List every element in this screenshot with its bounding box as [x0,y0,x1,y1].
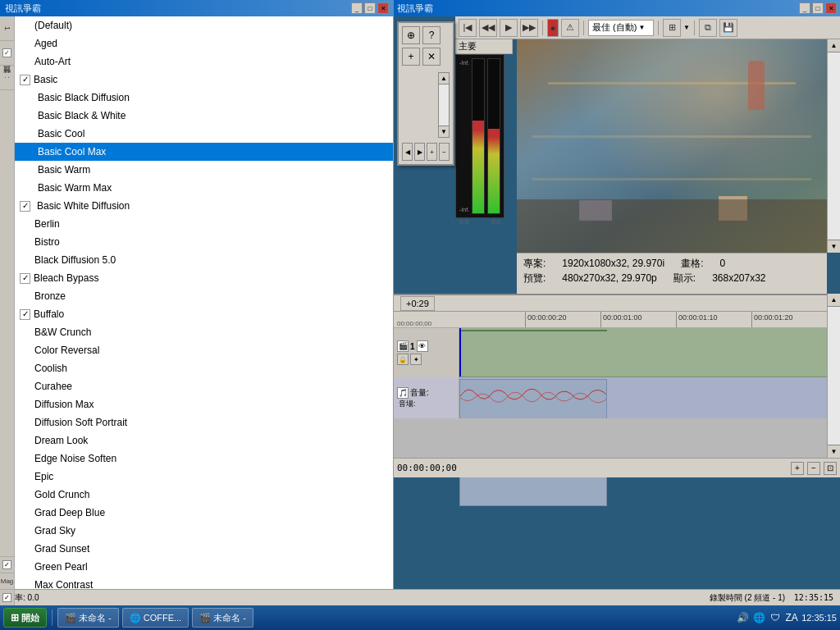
filter-checkbox[interactable] [20,273,30,284]
preview-titlebar: 視訊爭霸 _ □ ✕ [394,0,840,16]
filter-checkbox[interactable] [20,309,30,320]
zoom-out-btn[interactable]: − [807,462,820,475]
go-start-button[interactable]: |◀ [459,19,477,37]
mark-in-button[interactable]: ⚠ [561,19,579,37]
timeline-right-scrollbar[interactable]: ▲ ▼ [827,294,840,458]
track-eye-btn[interactable]: 👁 [417,340,428,352]
save-frame-button[interactable]: 💾 [719,19,737,37]
rewind-button[interactable]: ◀◀ [479,19,497,37]
fit-btn[interactable]: ⊡ [824,462,837,475]
audio-icon-btn[interactable]: 🎵 [397,387,409,399]
add-button[interactable]: + [402,48,420,66]
filter-checkbox[interactable] [20,201,30,212]
filter-window-title: 視訊爭霸 [5,2,41,15]
filter-item-autoart[interactable]: Auto-Art [0,52,393,71]
filter-item-color-reversal[interactable]: Color Reversal [0,341,393,359]
start-button[interactable]: ⊞ 開始 [3,608,47,628]
filter-item-dream-look[interactable]: Dream Look [0,431,393,450]
vscroll-up[interactable]: ▲ [828,39,840,52]
filter-item-curahee[interactable]: Curahee [0,377,393,395]
minus2-button[interactable]: − [439,143,450,161]
filter-item-buffalo[interactable]: Buffalo [0,305,393,323]
vscroll-down[interactable]: ▼ [828,240,840,253]
zoom-in-btn[interactable]: + [791,462,804,475]
video-track-icon[interactable]: 🎬 [397,340,409,352]
video-preview [517,39,827,253]
scroll-down-btn[interactable]: ▼ [439,126,449,137]
filter-item-black-diffusion[interactable]: Black Diffusion 5.0 [0,251,393,269]
filter-item-basic-warm[interactable]: Basic Warm [0,161,393,179]
filter-item-green-pearl[interactable]: Green Pearl [0,558,393,576]
help-button[interactable]: ? [422,26,441,44]
filter-item-bronze[interactable]: Bronze [0,287,393,305]
filter-item-basic-cool[interactable]: Basic Cool [0,125,393,143]
filter-item-basic-black-white[interactable]: Basic Black & White [0,107,393,125]
preview-scrollbar[interactable]: ▲ ▼ [827,39,840,253]
prev-button[interactable]: ◀ [402,143,413,161]
filter-item-bistro[interactable]: Bistro [0,233,393,251]
float-scrollbar[interactable]: ▲ ▼ [438,72,450,138]
filter-window-titlebar: 視訊爭霸 _ □ ✕ [0,0,394,16]
preview-close[interactable]: ✕ [825,2,837,14]
track-checkbox-2[interactable]: ✓ [0,589,14,605]
filter-item-label: Basic White Diffusion [34,199,130,213]
plus2-button[interactable]: + [427,143,437,161]
grid-arrow[interactable]: ▼ [683,24,690,31]
track-fx-btn[interactable]: ✦ [410,354,422,365]
filter-item-aged[interactable]: Aged [0,34,393,52]
track-checkbox-1[interactable]: ✓ [0,41,14,66]
tl-scroll-up[interactable]: ▲ [828,294,840,307]
next-button[interactable]: ▶ [414,143,425,161]
filter-item-basic-cool-max[interactable]: Basic Cool Max [0,143,393,161]
filter-item-basic[interactable]: ▼Basic [0,71,393,89]
filter-item-basic-warm-max[interactable]: Basic Warm Max [0,179,393,197]
filter-item-bw-crunch[interactable]: B&W Crunch [0,323,393,341]
fast-forward-button[interactable]: ▶▶ [520,19,538,37]
audio-track: 🎵 音量: 音場: [394,377,827,418]
taskbar-item-3[interactable]: 🎬 未命名 - [192,608,253,628]
filter-item-default[interactable]: (Default) [0,16,393,34]
left-level-bar [472,121,484,213]
maximize-button[interactable]: □ [364,2,376,14]
filter-item-edge-noise[interactable]: Edge Noise Soften [0,450,393,468]
track-lock-btn[interactable]: 🔒 [397,354,409,365]
filter-item-basic-white-diffusion[interactable]: Basic White Diffusion [0,197,393,215]
quality-dropdown[interactable]: 最佳 (自動) ▼ [588,20,654,36]
tl-scroll-down[interactable]: ▼ [828,445,840,458]
play-button[interactable]: ▶ [500,19,518,37]
filter-item-bleach-bypass[interactable]: Bleach Bypass [0,269,393,287]
pointer-button[interactable]: ⊕ [402,26,420,44]
systray-icon-2: 🌐 [752,611,765,624]
preview-minimize[interactable]: _ [799,2,810,14]
filter-item-label: Auto-Art [34,54,71,69]
filter-item-epic[interactable]: Epic [0,468,393,486]
filter-item-basic-black-diffusion[interactable]: Basic Black Diffusion [0,89,393,107]
sep3 [658,21,659,35]
spec-label: 專案: [523,257,546,270]
ruler-marks: 00:00:00:2000:00:01:0000:00:01:1000:00:0… [525,312,827,327]
video-clip[interactable] [459,330,607,331]
filter-checkbox[interactable] [20,75,30,85]
filter-item-gold-crunch[interactable]: Gold Crunch [0,486,393,504]
level-meter: -Inf. -Inf. 6 -12 -18 -24 -30 -36 [455,54,504,218]
filter-item-label: Diffusion Soft Portrait [34,415,127,430]
filter-item-diffusion-max[interactable]: Diffusion Max [0,395,393,413]
filter-item-grad-deep-blue[interactable]: Grad Deep Blue [0,504,393,522]
filter-list[interactable]: (Default)AgedAuto-Art▼BasicBasic Black D… [0,16,393,605]
filter-item-coolish[interactable]: Coolish [0,359,393,377]
filter-item-grad-sky[interactable]: Grad Sky [0,522,393,540]
close-button[interactable]: ✕ [377,2,389,14]
minimize-button[interactable]: _ [351,2,363,14]
taskbar-item-1[interactable]: 🎬 未命名 - [57,608,119,628]
taskbar-item-2[interactable]: 🌐 COFFE... [122,608,189,628]
copy-button[interactable]: ⧉ [699,19,717,37]
scroll-up-btn[interactable]: ▲ [439,73,449,84]
preview-maximize[interactable]: □ [812,2,824,14]
grid-button[interactable]: ⊞ [663,19,681,37]
filter-item-label: Diffusion Max [34,397,94,412]
filter-item-grad-sunset[interactable]: Grad Sunset [0,540,393,558]
filter-item-diffusion-soft[interactable]: Diffusion Soft Portrait [0,413,393,431]
filter-panel: (Default)AgedAuto-Art▼BasicBasic Black D… [0,16,394,605]
remove-button[interactable]: ✕ [422,48,441,66]
filter-item-berlin[interactable]: Berlin [0,215,393,233]
